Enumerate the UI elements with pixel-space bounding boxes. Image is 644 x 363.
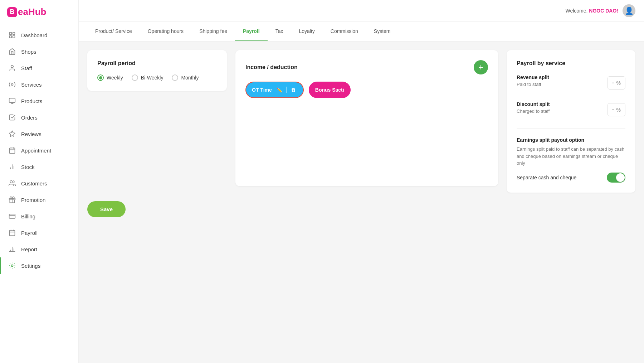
sidebar-item-shops[interactable]: Shops	[0, 43, 78, 60]
tab-system[interactable]: System	[366, 22, 399, 41]
sidebar-item-promotion[interactable]: Promotion	[0, 192, 78, 208]
toggle-knob	[616, 173, 625, 182]
sidebar-item-label: Staff	[21, 65, 32, 71]
svg-rect-6	[9, 98, 15, 103]
discount-split-sub: Charged to staff	[517, 108, 550, 114]
sidebar-item-payroll[interactable]: Payroll	[0, 224, 78, 241]
income-item-bonus-sacti[interactable]: Bonus Sacti	[309, 82, 351, 98]
sidebar-item-label: Report	[21, 246, 37, 252]
earnings-split-desc: Earnings split paid to staff can be sepa…	[517, 146, 625, 167]
tab-tax[interactable]: Tax	[268, 22, 291, 41]
payroll-period-title: Payroll period	[97, 60, 217, 67]
tab-nav: Product/ Service Operating hours Shippin…	[79, 22, 644, 42]
income-item-ot-time[interactable]: OT Time ✏️ 🗑	[245, 82, 304, 98]
tab-payroll[interactable]: Payroll	[235, 22, 268, 41]
avatar: 👤	[623, 4, 635, 17]
radio-dot	[99, 76, 102, 79]
tab-loyalty[interactable]: Loyalty	[291, 22, 322, 41]
income-items: OT Time ✏️ 🗑 Bonus Sacti	[245, 82, 488, 98]
radio-weekly[interactable]: Weekly	[97, 74, 123, 81]
radio-group: Weekly Bi-Weekly Monthly	[97, 74, 217, 81]
income-item-label: OT Time	[252, 87, 272, 93]
shops-icon	[8, 48, 16, 55]
sidebar-item-label: Customers	[21, 180, 47, 187]
user-name: NGOC DAO!	[589, 8, 618, 14]
add-income-button[interactable]: +	[474, 60, 488, 74]
discount-split-row: Discount split Charged to staff - %	[517, 101, 625, 118]
svg-rect-2	[10, 36, 12, 38]
topbar: Welcome, NGOC DAO! 👤	[79, 0, 644, 22]
income-deduction-card: Income / deduction + OT Time ✏️ 🗑	[235, 50, 498, 186]
logo: B eaHub	[0, 0, 78, 24]
reviews-icon	[8, 130, 16, 138]
sidebar-item-settings[interactable]: Settings	[0, 257, 78, 274]
save-area: Save	[87, 201, 635, 217]
radio-biweekly[interactable]: Bi-Weekly	[132, 74, 164, 81]
divider	[286, 87, 287, 93]
svg-point-32	[11, 265, 13, 267]
promotion-icon	[8, 196, 16, 204]
radio-monthly[interactable]: Monthly	[172, 74, 199, 81]
radio-circle-biweekly	[132, 74, 138, 81]
welcome-text: Welcome, NGOC DAO!	[565, 8, 618, 14]
sidebar-item-reviews[interactable]: Reviews	[0, 126, 78, 142]
minus-icon[interactable]: -	[612, 106, 614, 113]
payroll-by-service-card: Payroll by service Revenue split Paid to…	[507, 50, 635, 193]
item-actions: ✏️ 🗑	[275, 86, 297, 94]
sidebar-item-label: Billing	[21, 213, 35, 219]
sidebar-item-staff[interactable]: Staff	[0, 60, 78, 76]
sidebar-item-label: Orders	[21, 115, 38, 121]
sidebar-item-label: Settings	[21, 263, 40, 269]
sidebar-nav: Dashboard Shops Staff Services	[0, 24, 78, 277]
appointment-icon	[8, 146, 16, 154]
sidebar-item-billing[interactable]: Billing	[0, 208, 78, 224]
edit-icon[interactable]: ✏️	[275, 86, 283, 94]
sidebar-item-services[interactable]: Services	[0, 76, 78, 93]
sidebar-item-label: Products	[21, 98, 42, 104]
dashboard-icon	[8, 31, 16, 39]
minus-icon[interactable]: -	[612, 79, 614, 87]
sidebar-item-label: Payroll	[21, 230, 38, 236]
delete-icon[interactable]: 🗑	[289, 86, 297, 94]
sidebar-item-products[interactable]: Products	[0, 93, 78, 109]
sidebar-item-dashboard[interactable]: Dashboard	[0, 27, 78, 43]
radio-circle-weekly	[97, 74, 104, 81]
sidebar-item-stock[interactable]: Stock	[0, 159, 78, 175]
tab-product-service[interactable]: Product/ Service	[87, 22, 140, 41]
report-icon	[8, 245, 16, 253]
save-button[interactable]: Save	[87, 201, 126, 217]
sidebar-item-orders[interactable]: Orders	[0, 109, 78, 126]
tab-operating-hours[interactable]: Operating hours	[140, 22, 191, 41]
svg-marker-9	[9, 131, 15, 137]
svg-rect-18	[9, 214, 15, 218]
radio-circle-monthly	[172, 74, 178, 81]
tab-commission[interactable]: Commission	[323, 22, 366, 41]
discount-split-labels: Discount split Charged to staff	[517, 101, 550, 118]
svg-rect-20	[10, 230, 15, 236]
earnings-split-title: Earnings split payout option	[517, 137, 625, 143]
sidebar-item-label: Shops	[21, 49, 36, 55]
radio-label-weekly: Weekly	[107, 75, 123, 81]
svg-point-4	[11, 66, 14, 68]
sidebar-item-customers[interactable]: Customers	[0, 175, 78, 192]
sidebar-item-label: Promotion	[21, 197, 45, 203]
svg-rect-1	[13, 33, 15, 35]
revenue-split-input[interactable]: - %	[608, 76, 625, 89]
sidebar-item-appointment[interactable]: Appointment	[0, 142, 78, 159]
separate-cash-toggle[interactable]	[607, 173, 625, 183]
staff-icon	[8, 64, 16, 72]
main-row: Payroll period Weekly Bi-Weekly	[87, 50, 635, 193]
billing-icon	[8, 212, 16, 220]
earnings-split-section: Earnings split payout option Earnings sp…	[517, 128, 625, 183]
svg-rect-0	[10, 33, 12, 35]
discount-split-input[interactable]: - %	[608, 103, 625, 116]
customers-icon	[8, 179, 16, 187]
sidebar-item-report[interactable]: Report	[0, 241, 78, 257]
radio-label-biweekly: Bi-Weekly	[141, 75, 164, 81]
svg-point-17	[10, 181, 13, 183]
products-icon	[8, 97, 16, 105]
svg-rect-10	[10, 148, 15, 153]
sidebar-item-label: Reviews	[21, 131, 42, 137]
main-area: Welcome, NGOC DAO! 👤 Product/ Service Op…	[79, 0, 644, 363]
tab-shipping-fee[interactable]: Shipping fee	[191, 22, 235, 41]
